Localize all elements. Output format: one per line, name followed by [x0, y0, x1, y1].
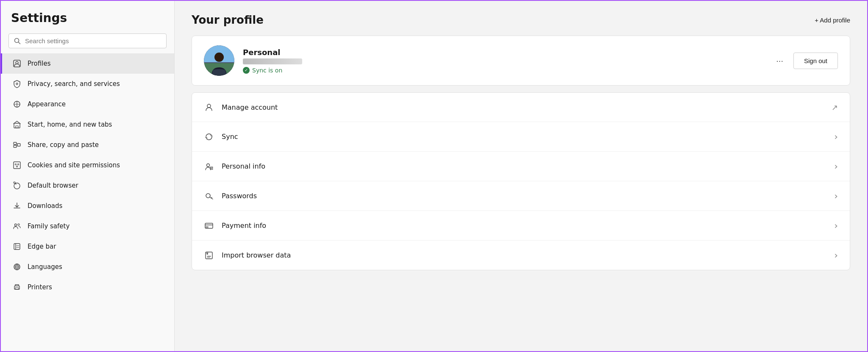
sidebar: Settings Profiles Privacy, search, and s…: [1, 1, 175, 351]
sidebar-item-printers[interactable]: Printers: [1, 277, 174, 297]
page-header: Your profile + Add profile: [192, 14, 850, 26]
profile-name: Personal: [243, 48, 764, 57]
sidebar-title: Settings: [1, 11, 174, 33]
sidebar-item-default-browser[interactable]: Default browser: [1, 175, 174, 196]
svg-rect-7: [16, 126, 18, 128]
svg-point-4: [16, 83, 18, 85]
profile-nav-icon: [12, 59, 22, 68]
svg-point-36: [207, 164, 210, 166]
sidebar-label-profiles: Profiles: [28, 60, 50, 67]
sidebar-item-edge-bar[interactable]: Edge bar: [1, 236, 174, 257]
settings-item-payment-info[interactable]: Payment info: [192, 211, 850, 241]
settings-item-import-browser-data[interactable]: Import browser data: [192, 241, 850, 270]
card-icon: [204, 221, 214, 231]
sidebar-item-privacy[interactable]: Privacy, search, and services: [1, 74, 174, 94]
payment-info-label: Payment info: [222, 222, 266, 230]
settings-item-passwords[interactable]: Passwords: [192, 181, 850, 211]
svg-rect-13: [14, 162, 20, 169]
home-nav-icon: [12, 120, 22, 129]
appearance-nav-icon: [12, 100, 22, 109]
sign-out-button[interactable]: Sign out: [793, 53, 838, 69]
share-nav-icon: [12, 140, 22, 150]
main-content: Your profile + Add profile: [175, 1, 867, 351]
edge-bar-nav-icon: [12, 242, 22, 251]
svg-point-20: [18, 224, 19, 225]
svg-point-34: [214, 53, 224, 62]
sync-label: Sync: [222, 133, 238, 141]
profile-info: Personal Sync is on: [243, 48, 764, 74]
svg-point-3: [16, 61, 18, 64]
search-input[interactable]: [25, 37, 161, 44]
sidebar-label-privacy: Privacy, search, and services: [28, 80, 120, 88]
sync-status-label: Sync is on: [252, 67, 282, 74]
sidebar-label-default-browser: Default browser: [28, 182, 78, 189]
avatar-image: [204, 45, 234, 76]
svg-point-15: [18, 164, 19, 165]
search-icon: [14, 38, 21, 44]
chevron-right-icon-import: [834, 250, 838, 261]
printers-nav-icon: [12, 283, 22, 292]
sidebar-item-start-home[interactable]: Start, home, and new tabs: [1, 114, 174, 135]
chevron-right-icon-sync: [834, 131, 838, 142]
sidebar-item-family-safety[interactable]: Family safety: [1, 216, 174, 236]
svg-rect-37: [210, 167, 213, 168]
cookies-nav-icon: [12, 161, 22, 170]
profile-card: Personal Sync is on ··· Sign out: [192, 36, 850, 86]
import-browser-data-label: Import browser data: [222, 251, 291, 259]
sidebar-item-share-copy[interactable]: Share, copy and paste: [1, 135, 174, 155]
sync-status: Sync is on: [243, 67, 764, 74]
person-icon: [204, 102, 214, 112]
chevron-right-icon-passwords: [834, 191, 838, 201]
settings-item-manage-account[interactable]: Manage account: [192, 93, 850, 122]
sidebar-label-start-home: Start, home, and new tabs: [28, 121, 112, 128]
sync-dot-icon: [243, 67, 250, 74]
sidebar-label-printers: Printers: [28, 283, 52, 291]
svg-rect-8: [14, 142, 17, 144]
sidebar-label-share-copy: Share, copy and paste: [28, 141, 99, 149]
browser-nav-icon: [12, 181, 22, 190]
languages-nav-icon: [12, 262, 22, 272]
sidebar-item-languages[interactable]: Languages: [1, 257, 174, 277]
downloads-nav-icon: [12, 201, 22, 211]
chevron-right-icon-personal-info: [834, 161, 838, 172]
chevron-right-icon-payment-info: [834, 220, 838, 231]
settings-list: Manage account Sync: [192, 92, 850, 270]
sidebar-label-languages: Languages: [28, 263, 62, 271]
passwords-label: Passwords: [222, 192, 257, 200]
avatar: [204, 45, 234, 76]
family-nav-icon: [12, 222, 22, 231]
sync-icon: [204, 132, 214, 142]
profile-actions: ··· Sign out: [773, 53, 838, 69]
svg-point-17: [14, 183, 20, 189]
settings-item-sync[interactable]: Sync: [192, 122, 850, 152]
personal-info-label: Personal info: [222, 162, 265, 170]
external-link-icon: [832, 103, 838, 112]
profile-email-blur: [243, 58, 302, 64]
svg-rect-21: [14, 244, 20, 249]
sidebar-label-appearance: Appearance: [28, 100, 66, 108]
search-box[interactable]: [8, 33, 167, 48]
sidebar-label-cookies: Cookies and site permissions: [28, 161, 120, 169]
sidebar-item-profiles[interactable]: Profiles: [1, 53, 174, 74]
svg-point-14: [15, 164, 17, 165]
more-options-button[interactable]: ···: [773, 54, 787, 67]
manage-account-label: Manage account: [222, 103, 278, 111]
svg-point-16: [17, 166, 18, 167]
sidebar-label-edge-bar: Edge bar: [28, 243, 56, 250]
svg-rect-10: [17, 144, 20, 146]
svg-point-18: [14, 182, 15, 183]
add-profile-button[interactable]: + Add profile: [815, 17, 850, 24]
svg-point-35: [207, 104, 211, 108]
sidebar-item-downloads[interactable]: Downloads: [1, 196, 174, 216]
key-icon: [204, 191, 214, 201]
page-title: Your profile: [192, 14, 264, 26]
svg-rect-42: [206, 227, 208, 227]
settings-item-personal-info[interactable]: Personal info: [192, 152, 850, 181]
sidebar-label-downloads: Downloads: [28, 202, 62, 210]
sidebar-item-appearance[interactable]: Appearance: [1, 94, 174, 114]
sidebar-item-cookies[interactable]: Cookies and site permissions: [1, 155, 174, 175]
personal-info-icon: [204, 161, 214, 172]
svg-line-1: [19, 42, 20, 44]
svg-rect-9: [14, 145, 17, 147]
import-icon: [204, 250, 214, 261]
